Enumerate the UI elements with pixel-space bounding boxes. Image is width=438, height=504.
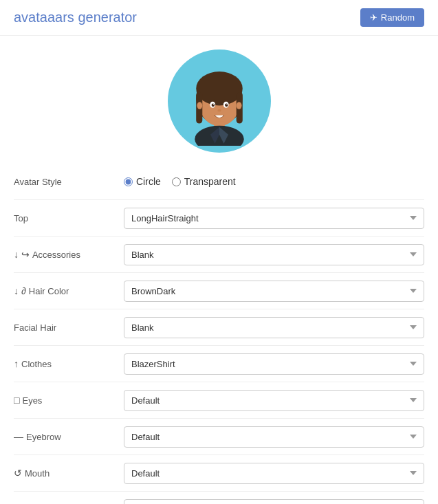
mouth-label: ↺ Mouth (14, 468, 124, 479)
accessories-control: Blank Kurt Prescription01 Prescription02… (124, 244, 424, 265)
hair-color-label: ↓ ∂ Hair Color (14, 285, 124, 296)
clothes-control: BlazerShirt BlazerSweater CollarSweater … (124, 353, 424, 375)
app-title: avataaars generator (14, 10, 137, 25)
hair-color-row: ↓ ∂ Hair Color Auburn Black Blonde Blond… (14, 276, 424, 306)
avatar-circle (168, 50, 271, 153)
accessories-icon: ↓ ↪ (14, 249, 30, 260)
divider-3 (14, 272, 424, 273)
hair-color-select[interactable]: Auburn Black Blonde BlondeGolden Brown B… (124, 281, 424, 302)
svg-point-15 (217, 109, 221, 112)
divider-9 (14, 491, 424, 492)
skin-row: ✿ Skin Tanned Yellow Pale Light Brown Da… (14, 494, 424, 504)
facial-hair-row: Facial Hair Blank BeardLight BeardMagest… (14, 312, 424, 342)
eyebrow-row: — Eyebrow Angry AngryNatural Default Def… (14, 421, 424, 452)
eyes-control: Close Cry Default Dizzy EyeRoll Happy He… (124, 390, 424, 411)
eyebrow-icon: — (14, 431, 23, 442)
divider-7 (14, 418, 424, 419)
avatar-style-options: Circle Transparent (124, 176, 424, 187)
hair-color-control: Auburn Black Blonde BlondeGolden Brown B… (124, 281, 424, 302)
svg-point-14 (226, 104, 228, 105)
eyes-icon: □ (14, 395, 19, 406)
divider-6 (14, 382, 424, 382)
clothes-row: ↑ Clothes BlazerShirt BlazerSweater Coll… (14, 349, 424, 379)
clothes-select[interactable]: BlazerShirt BlazerSweater CollarSweater … (124, 353, 424, 375)
hair-color-icon: ↓ ∂ (14, 285, 26, 296)
eyebrow-label: — Eyebrow (14, 431, 124, 442)
svg-point-16 (197, 102, 202, 109)
random-icon: ✈ (370, 12, 377, 23)
facial-hair-label: Facial Hair (14, 322, 124, 333)
clothes-icon: ↑ (14, 358, 19, 369)
random-label: Random (381, 12, 415, 23)
avatar-style-label: Avatar Style (14, 177, 124, 187)
avatar-preview-area (0, 36, 438, 160)
eyebrow-select[interactable]: Angry AngryNatural Default DefaultNatura… (124, 426, 424, 448)
divider-1 (14, 199, 424, 200)
random-button[interactable]: ✈ Random (360, 8, 424, 27)
mouth-row: ↺ Mouth Concerned Default Disbelief Eati… (14, 458, 424, 488)
svg-point-13 (212, 104, 214, 105)
avatar-svg (175, 56, 264, 146)
mouth-icon: ↺ (14, 468, 22, 479)
circle-label: Circle (136, 176, 161, 187)
facial-hair-control: Blank BeardLight BeardMagestic BeardMedi… (124, 317, 424, 338)
eyes-select[interactable]: Close Cry Default Dizzy EyeRoll Happy He… (124, 390, 424, 411)
divider-8 (14, 454, 424, 455)
top-label: Top (14, 213, 124, 223)
svg-point-17 (236, 102, 241, 109)
accessories-row: ↓ ↪ Accessories Blank Kurt Prescription0… (14, 239, 424, 270)
skin-control: Tanned Yellow Pale Light Brown DarkBrown… (124, 499, 424, 505)
transparent-label: Transparent (184, 176, 236, 187)
clothes-label: ↑ Clothes (14, 358, 124, 369)
top-row: Top LongHairStraight LongHairBob LongHai… (14, 203, 424, 233)
transparent-radio-option[interactable]: Transparent (172, 176, 236, 187)
divider-5 (14, 345, 424, 346)
skin-select[interactable]: Tanned Yellow Pale Light Brown DarkBrown… (124, 499, 424, 505)
eyebrow-control: Angry AngryNatural Default DefaultNatura… (124, 426, 424, 448)
top-select[interactable]: LongHairStraight LongHairBob LongHairCur… (124, 208, 424, 229)
mouth-select[interactable]: Concerned Default Disbelief Eating Grima… (124, 463, 424, 484)
eyes-row: □ Eyes Close Cry Default Dizzy EyeRoll H… (14, 385, 424, 415)
accessories-select[interactable]: Blank Kurt Prescription01 Prescription02… (124, 244, 424, 265)
header: avataaars generator ✈ Random (0, 0, 438, 36)
top-control: LongHairStraight LongHairBob LongHairCur… (124, 208, 424, 229)
circle-radio[interactable] (124, 177, 133, 186)
accessories-label: ↓ ↪ Accessories (14, 249, 124, 260)
transparent-radio[interactable] (172, 177, 181, 186)
mouth-control: Concerned Default Disbelief Eating Grima… (124, 463, 424, 484)
circle-radio-option[interactable]: Circle (124, 176, 161, 187)
svg-point-2 (196, 72, 243, 105)
divider-4 (14, 309, 424, 309)
divider-2 (14, 236, 424, 237)
eyes-label: □ Eyes (14, 395, 124, 406)
facial-hair-select[interactable]: Blank BeardLight BeardMagestic BeardMedi… (124, 317, 424, 338)
avatar-style-row: Avatar Style Circle Transparent (14, 166, 424, 197)
controls-panel: Avatar Style Circle Transparent Top Long… (0, 160, 438, 504)
